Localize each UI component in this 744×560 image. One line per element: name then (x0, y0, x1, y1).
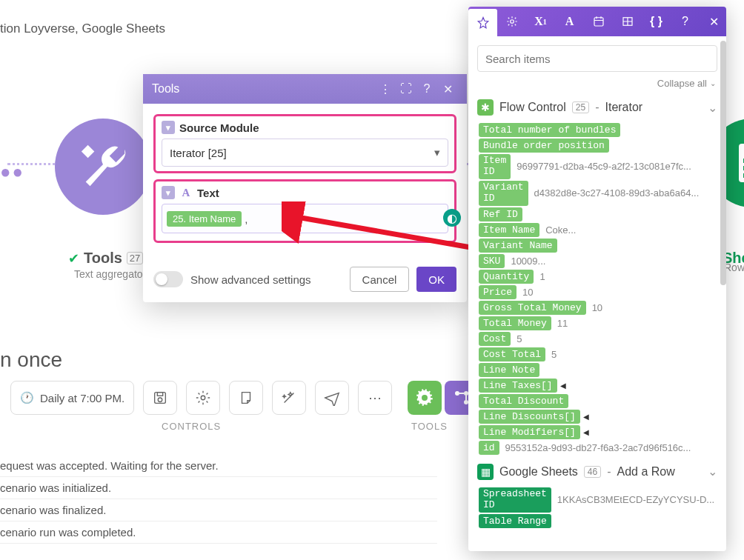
cancel-button[interactable]: Cancel (350, 267, 410, 292)
variable-key[interactable]: Cost (479, 332, 511, 346)
variable-key[interactable]: VariantID (479, 181, 528, 206)
variable-row[interactable]: SKU10009... (479, 254, 717, 268)
source-module-select[interactable]: Iterator [25] ▾ (162, 139, 448, 167)
group-google-sheets-header[interactable]: ▦ Google Sheets 46 - Add a Row ⌄ (477, 461, 717, 487)
collapse-left-icon[interactable]: ◀ (560, 381, 566, 390)
gear-icon (505, 15, 519, 28)
help-icon[interactable]: ? (416, 82, 437, 96)
variable-row[interactable]: Total number of bundles (479, 123, 717, 137)
tab-text[interactable]: A (555, 7, 584, 36)
variable-row[interactable]: Bundle order position (479, 139, 717, 153)
variable-key[interactable]: Total Discount (479, 394, 568, 408)
control-more-button[interactable]: ⋯ (358, 381, 392, 415)
variable-row[interactable]: Cost Total5 (479, 347, 717, 361)
variable-key[interactable]: Variant Name (479, 239, 557, 253)
variable-row[interactable]: Quantity1 (479, 270, 717, 284)
panel-scrollbar[interactable] (720, 41, 726, 285)
save-icon (152, 390, 168, 406)
panel-close-icon[interactable]: ✕ (700, 7, 728, 36)
tab-json[interactable]: { } (642, 7, 671, 36)
gear-icon (195, 390, 211, 406)
variable-row[interactable]: Line Note (479, 363, 717, 377)
schedule-button[interactable]: 🕐 Daily at 7:00 PM. (10, 381, 134, 415)
variable-row[interactable]: Item NameCoke... (479, 223, 717, 237)
expand-icon[interactable]: ⛶ (396, 82, 416, 96)
control-explain-button[interactable] (315, 381, 349, 415)
left-connector-dots: ●● (0, 161, 24, 182)
dialog-header[interactable]: Tools ⋮ ⛶ ? ✕ (143, 74, 467, 104)
control-save-button[interactable] (143, 381, 177, 415)
variable-key[interactable]: Total Money (479, 316, 551, 330)
mapped-token-item-name[interactable]: 25. Item Name (167, 211, 242, 227)
variable-row[interactable]: ItemID96997791-d2ba-45c9-a2f2-13c081e7fc… (479, 154, 717, 179)
group-flow-control-header[interactable]: ✱ Flow Control 25 - Iterator ⌄ (477, 96, 717, 123)
wand-icon (281, 390, 297, 406)
variable-row[interactable]: Table Range (479, 514, 717, 528)
variable-row[interactable]: Line Taxes[]◀ (479, 379, 717, 393)
tab-star[interactable] (468, 9, 497, 36)
variable-key[interactable]: Ref ID (479, 207, 522, 221)
text-field-input[interactable]: 25. Item Name , ◐ (162, 204, 448, 233)
tab-array[interactable] (613, 7, 642, 36)
field-suggestions-icon[interactable]: ◐ (443, 209, 461, 227)
variable-key[interactable]: Gross Total Money (479, 301, 586, 315)
variable-row[interactable]: Ref ID (479, 207, 717, 221)
variable-row[interactable]: Total Money11 (479, 316, 717, 330)
tools-gear-button[interactable] (408, 381, 442, 415)
collapse-all-button[interactable]: Collapse all ⌄ (477, 72, 717, 96)
variable-key[interactable]: Line Modifiers[] (479, 425, 580, 439)
variable-key[interactable]: Item Name (479, 223, 539, 237)
collapse-toggle-icon[interactable]: ▾ (162, 121, 175, 134)
variable-key[interactable]: Price (479, 285, 517, 299)
variable-row[interactable]: VariantIDd4382d8e-3c27-4108-89d3-aba6a64… (479, 181, 717, 206)
tools-module-node[interactable] (55, 119, 151, 215)
variable-key[interactable]: Line Note (479, 363, 539, 377)
collapse-toggle-icon[interactable]: ▾ (162, 186, 175, 199)
variable-key[interactable]: Line Discounts[] (479, 410, 580, 424)
run-once-heading-tail: n once (0, 348, 62, 372)
control-settings-button[interactable] (186, 381, 220, 415)
tab-variables[interactable]: X1 (526, 7, 555, 36)
variable-row[interactable]: SpreadsheetID1KKAsCB3MEtECD-EZyYCYSU-D..… (479, 487, 717, 513)
variable-row[interactable]: Line Modifiers[]◀ (479, 425, 717, 439)
calendar-icon (592, 15, 605, 28)
tab-settings[interactable] (497, 7, 526, 36)
variable-value: d4382d8e-3c27-4108-89d3-aba6a64... (534, 187, 717, 199)
tab-date[interactable] (584, 7, 613, 36)
log-row: cenario was initialized. (0, 477, 437, 499)
note-icon (238, 390, 254, 406)
variable-key[interactable]: SpreadsheetID (479, 487, 551, 513)
collapse-left-icon[interactable]: ◀ (583, 413, 589, 421)
search-input[interactable] (477, 45, 717, 72)
close-icon[interactable]: ✕ (437, 82, 458, 96)
variable-key[interactable]: id (479, 441, 499, 455)
variable-key[interactable]: Line Taxes[] (479, 379, 557, 393)
variable-key[interactable]: Bundle order position (479, 139, 609, 153)
collapse-left-icon[interactable]: ◀ (583, 428, 589, 436)
dialog-more-icon[interactable]: ⋮ (375, 82, 396, 96)
variable-key[interactable]: Quantity (479, 270, 534, 284)
control-autoalign-button[interactable] (272, 381, 306, 415)
tab-help[interactable]: ? (671, 7, 700, 36)
chevron-down-icon[interactable]: ⌄ (708, 101, 717, 115)
variable-row[interactable]: Variant Name (479, 239, 717, 253)
variable-row[interactable]: Cost5 (479, 332, 717, 346)
variable-row[interactable]: Gross Total Money10 (479, 301, 717, 315)
control-notes-button[interactable] (229, 381, 263, 415)
chevron-down-icon[interactable]: ⌄ (708, 464, 717, 479)
variable-key[interactable]: SKU (479, 254, 505, 268)
variable-row[interactable]: Price10 (479, 285, 717, 299)
variable-key[interactable]: Total number of bundles (479, 123, 620, 137)
text-field-highlight: ▾ A Text 25. Item Name , ◐ (153, 179, 456, 243)
svg-rect-5 (158, 393, 163, 396)
svg-point-11 (510, 20, 514, 24)
variable-row[interactable]: Line Discounts[]◀ (479, 410, 717, 424)
variable-key[interactable]: Cost Total (479, 347, 545, 361)
variable-key[interactable]: ItemID (479, 154, 511, 179)
variable-row[interactable]: Total Discount (479, 394, 717, 408)
variable-row[interactable]: id9553152a-9d93-db27-f6a3-2ac7d96f516c..… (479, 441, 717, 455)
text-type-icon: A (179, 187, 193, 199)
ok-button[interactable]: OK (416, 267, 456, 292)
variable-key[interactable]: Table Range (479, 514, 551, 528)
advanced-toggle[interactable] (153, 271, 183, 287)
